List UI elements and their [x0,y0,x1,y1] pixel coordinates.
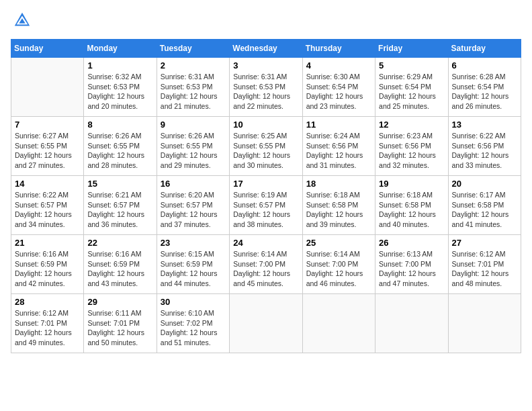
page-header [11,11,521,32]
weekday-header-row: SundayMondayTuesdayWednesdayThursdayFrid… [11,40,521,58]
day-info: Sunrise: 6:23 AM Sunset: 6:56 PM Dayligh… [379,131,444,171]
day-number: 26 [379,238,444,248]
day-info: Sunrise: 6:13 AM Sunset: 7:00 PM Dayligh… [379,249,444,289]
calendar-cell: 6Sunrise: 6:28 AM Sunset: 6:54 PM Daylig… [448,58,521,117]
calendar-cell: 30Sunrise: 6:10 AM Sunset: 7:02 PM Dayli… [157,294,229,353]
calendar-cell: 21Sunrise: 6:16 AM Sunset: 6:59 PM Dayli… [11,235,84,294]
calendar-cell: 26Sunrise: 6:13 AM Sunset: 7:00 PM Dayli… [375,235,448,294]
day-number: 3 [233,60,298,71]
calendar-cell: 13Sunrise: 6:22 AM Sunset: 6:56 PM Dayli… [448,117,521,176]
calendar-cell: 23Sunrise: 6:15 AM Sunset: 6:59 PM Dayli… [157,235,229,294]
day-info: Sunrise: 6:17 AM Sunset: 6:58 PM Dayligh… [452,190,517,230]
calendar-cell: 4Sunrise: 6:30 AM Sunset: 6:54 PM Daylig… [302,58,375,117]
day-info: Sunrise: 6:18 AM Sunset: 6:58 PM Dayligh… [379,190,444,230]
calendar-cell: 17Sunrise: 6:19 AM Sunset: 6:57 PM Dayli… [230,176,302,235]
calendar-cell [11,58,84,117]
day-info: Sunrise: 6:10 AM Sunset: 7:02 PM Dayligh… [161,308,226,348]
day-info: Sunrise: 6:22 AM Sunset: 6:56 PM Dayligh… [452,131,517,171]
day-number: 21 [15,238,80,248]
day-number: 30 [161,297,226,307]
weekday-header-saturday: Saturday [448,40,521,58]
weekday-header-tuesday: Tuesday [157,40,229,58]
day-info: Sunrise: 6:29 AM Sunset: 6:54 PM Dayligh… [379,72,444,111]
day-number: 6 [452,60,517,71]
calendar-cell [302,294,375,353]
weekday-header-sunday: Sunday [11,40,84,58]
calendar-cell: 1Sunrise: 6:32 AM Sunset: 6:53 PM Daylig… [84,58,157,117]
day-info: Sunrise: 6:11 AM Sunset: 7:01 PM Dayligh… [87,308,152,348]
day-info: Sunrise: 6:22 AM Sunset: 6:57 PM Dayligh… [15,190,80,230]
logo-icon [13,11,32,30]
calendar-cell [230,294,302,353]
calendar-table: SundayMondayTuesdayWednesdayThursdayFrid… [11,39,521,353]
calendar-cell: 7Sunrise: 6:27 AM Sunset: 6:55 PM Daylig… [11,117,84,176]
day-info: Sunrise: 6:20 AM Sunset: 6:57 PM Dayligh… [161,190,226,230]
weekday-header-friday: Friday [375,40,448,58]
day-info: Sunrise: 6:12 AM Sunset: 7:01 PM Dayligh… [15,308,80,348]
day-number: 23 [161,238,226,248]
day-number: 24 [233,238,298,248]
day-number: 14 [15,179,80,189]
calendar-cell: 28Sunrise: 6:12 AM Sunset: 7:01 PM Dayli… [11,294,84,353]
day-info: Sunrise: 6:30 AM Sunset: 6:54 PM Dayligh… [306,72,371,111]
calendar-cell [375,294,448,353]
calendar-cell: 5Sunrise: 6:29 AM Sunset: 6:54 PM Daylig… [375,58,448,117]
day-number: 4 [306,60,371,71]
day-info: Sunrise: 6:16 AM Sunset: 6:59 PM Dayligh… [87,249,152,289]
day-info: Sunrise: 6:32 AM Sunset: 6:53 PM Dayligh… [87,72,152,111]
day-number: 8 [87,120,152,130]
day-info: Sunrise: 6:14 AM Sunset: 7:00 PM Dayligh… [306,249,371,289]
calendar-cell: 27Sunrise: 6:12 AM Sunset: 7:01 PM Dayli… [448,235,521,294]
calendar-week-row: 1Sunrise: 6:32 AM Sunset: 6:53 PM Daylig… [11,58,521,117]
calendar-cell: 11Sunrise: 6:24 AM Sunset: 6:56 PM Dayli… [302,117,375,176]
day-number: 29 [87,297,152,307]
weekday-header-thursday: Thursday [302,40,375,58]
day-number: 19 [379,179,444,189]
calendar-week-row: 28Sunrise: 6:12 AM Sunset: 7:01 PM Dayli… [11,294,521,353]
logo [11,11,34,32]
calendar-cell: 9Sunrise: 6:26 AM Sunset: 6:55 PM Daylig… [157,117,229,176]
day-info: Sunrise: 6:26 AM Sunset: 6:55 PM Dayligh… [87,131,152,171]
calendar-week-row: 7Sunrise: 6:27 AM Sunset: 6:55 PM Daylig… [11,117,521,176]
day-info: Sunrise: 6:28 AM Sunset: 6:54 PM Dayligh… [452,72,517,111]
calendar-cell: 12Sunrise: 6:23 AM Sunset: 6:56 PM Dayli… [375,117,448,176]
day-info: Sunrise: 6:27 AM Sunset: 6:55 PM Dayligh… [15,131,80,171]
day-number: 17 [233,179,298,189]
day-info: Sunrise: 6:31 AM Sunset: 6:53 PM Dayligh… [233,72,298,111]
day-number: 15 [87,179,152,189]
day-number: 16 [161,179,226,189]
calendar-cell: 22Sunrise: 6:16 AM Sunset: 6:59 PM Dayli… [84,235,157,294]
day-number: 11 [306,120,371,130]
calendar-cell: 16Sunrise: 6:20 AM Sunset: 6:57 PM Dayli… [157,176,229,235]
calendar-cell: 8Sunrise: 6:26 AM Sunset: 6:55 PM Daylig… [84,117,157,176]
calendar-cell: 29Sunrise: 6:11 AM Sunset: 7:01 PM Dayli… [84,294,157,353]
calendar-cell: 2Sunrise: 6:31 AM Sunset: 6:53 PM Daylig… [157,58,229,117]
day-number: 25 [306,238,371,248]
calendar-cell: 10Sunrise: 6:25 AM Sunset: 6:55 PM Dayli… [230,117,302,176]
day-number: 22 [87,238,152,248]
calendar-cell: 20Sunrise: 6:17 AM Sunset: 6:58 PM Dayli… [448,176,521,235]
day-info: Sunrise: 6:18 AM Sunset: 6:58 PM Dayligh… [306,190,371,230]
day-info: Sunrise: 6:12 AM Sunset: 7:01 PM Dayligh… [452,249,517,289]
calendar-cell: 19Sunrise: 6:18 AM Sunset: 6:58 PM Dayli… [375,176,448,235]
calendar-week-row: 14Sunrise: 6:22 AM Sunset: 6:57 PM Dayli… [11,176,521,235]
day-info: Sunrise: 6:25 AM Sunset: 6:55 PM Dayligh… [233,131,298,171]
weekday-header-monday: Monday [84,40,157,58]
day-number: 10 [233,120,298,130]
day-number: 18 [306,179,371,189]
day-info: Sunrise: 6:21 AM Sunset: 6:57 PM Dayligh… [87,190,152,230]
day-info: Sunrise: 6:31 AM Sunset: 6:53 PM Dayligh… [161,72,226,111]
day-info: Sunrise: 6:14 AM Sunset: 7:00 PM Dayligh… [233,249,298,289]
day-info: Sunrise: 6:19 AM Sunset: 6:57 PM Dayligh… [233,190,298,230]
day-number: 1 [87,60,152,71]
day-number: 28 [15,297,80,307]
day-number: 2 [161,60,226,71]
day-info: Sunrise: 6:16 AM Sunset: 6:59 PM Dayligh… [15,249,80,289]
weekday-header-wednesday: Wednesday [230,40,302,58]
calendar-cell: 3Sunrise: 6:31 AM Sunset: 6:53 PM Daylig… [230,58,302,117]
calendar-cell: 18Sunrise: 6:18 AM Sunset: 6:58 PM Dayli… [302,176,375,235]
day-number: 9 [161,120,226,130]
day-number: 5 [379,60,444,71]
calendar-cell: 15Sunrise: 6:21 AM Sunset: 6:57 PM Dayli… [84,176,157,235]
day-number: 27 [452,238,517,248]
